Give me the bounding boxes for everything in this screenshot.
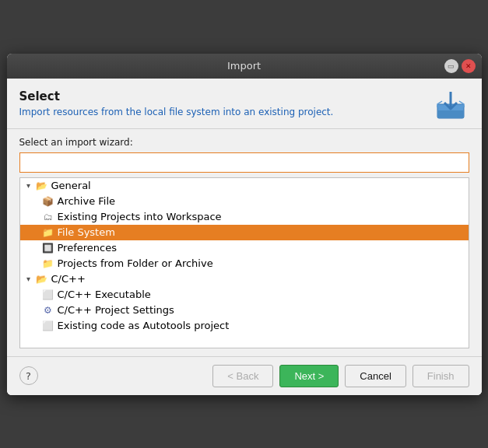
tree-item-cpp-executable[interactable]: ⬜ C/C++ Executable bbox=[20, 287, 469, 303]
tree-label-cpp-autotools: Existing code as Autotools project bbox=[58, 320, 230, 331]
header-icon bbox=[432, 89, 469, 121]
finish-button[interactable]: Finish bbox=[413, 365, 469, 387]
tree-item-cpp-autotools[interactable]: ⬜ Existing code as Autotools project bbox=[20, 318, 469, 334]
expand-general-icon: ▾ bbox=[23, 180, 34, 191]
cpp-settings-icon: ⚙ bbox=[42, 304, 54, 317]
folder-open-icon: 📂 bbox=[36, 180, 48, 192]
autotools-icon: ⬜ bbox=[42, 320, 54, 332]
help-icon: ? bbox=[26, 370, 31, 382]
preferences-icon: 🔲 bbox=[42, 242, 54, 254]
dialog-body: Select an import wizard: ▾ 📂 General 📦 A… bbox=[7, 129, 482, 356]
tree-label-archive: Archive File bbox=[58, 195, 116, 207]
search-input[interactable] bbox=[19, 152, 469, 173]
minimize-icon: ▭ bbox=[448, 62, 455, 70]
tree-label-projects-folder: Projects from Folder or Archive bbox=[58, 257, 213, 269]
tree-item-archive-file[interactable]: 📦 Archive File bbox=[20, 194, 469, 209]
cpp-folder-icon: 📂 bbox=[36, 273, 48, 285]
tree-label-cpp: C/C++ bbox=[51, 273, 86, 285]
projects-icon: 🗂 bbox=[42, 211, 54, 223]
folder-archive-icon: 📁 bbox=[42, 257, 54, 270]
archive-icon: 📦 bbox=[42, 195, 54, 208]
tree-item-cpp-project-settings[interactable]: ⚙ C/C++ Project Settings bbox=[20, 303, 469, 318]
header-section: Select Import resources from the local f… bbox=[7, 79, 482, 129]
titlebar: Import ▭ bbox=[7, 54, 482, 79]
tree-item-preferences[interactable]: 🔲 Preferences bbox=[20, 240, 469, 256]
tree-label-file-system: File System bbox=[58, 226, 115, 238]
expand-cpp-icon: ▾ bbox=[23, 274, 34, 285]
tree-label-cpp-executable: C/C++ Executable bbox=[58, 289, 151, 300]
help-button[interactable]: ? bbox=[19, 366, 38, 385]
close-button[interactable] bbox=[462, 59, 476, 73]
wizard-tree[interactable]: ▾ 📂 General 📦 Archive File 🗂 Existing Pr… bbox=[19, 177, 469, 348]
window-title: Import bbox=[227, 60, 261, 72]
tree-item-cpp[interactable]: ▾ 📂 C/C++ bbox=[20, 271, 469, 287]
back-button[interactable]: < Back bbox=[212, 365, 273, 387]
footer-left: ? bbox=[19, 366, 38, 385]
window-controls: ▭ bbox=[444, 59, 476, 73]
tree-item-projects-folder[interactable]: 📁 Projects from Folder or Archive bbox=[20, 256, 469, 271]
filesystem-icon: 📁 bbox=[42, 226, 54, 239]
header-text: Select Import resources from the local f… bbox=[19, 89, 432, 117]
minimize-button[interactable]: ▭ bbox=[444, 59, 458, 73]
tree-label-cpp-project-settings: C/C++ Project Settings bbox=[58, 304, 174, 316]
tree-item-file-system[interactable]: 📁 File System bbox=[20, 225, 469, 240]
tree-item-general[interactable]: ▾ 📂 General bbox=[20, 178, 469, 194]
tree-label-general: General bbox=[51, 180, 91, 191]
dialog-footer: ? < Back Next > Cancel Finish bbox=[7, 356, 482, 395]
next-button[interactable]: Next > bbox=[279, 365, 339, 387]
tree-item-existing-projects[interactable]: 🗂 Existing Projects into Workspace bbox=[20, 209, 469, 225]
dialog-content: Select Import resources from the local f… bbox=[7, 79, 482, 395]
cpp-exe-icon: ⬜ bbox=[42, 289, 54, 301]
tree-label-existing-projects: Existing Projects into Workspace bbox=[58, 211, 222, 222]
svg-rect-1 bbox=[437, 110, 464, 118]
header-title: Select bbox=[19, 89, 432, 103]
tree-label-preferences: Preferences bbox=[58, 242, 117, 254]
wizard-label: Select an import wizard: bbox=[19, 137, 469, 148]
footer-right: < Back Next > Cancel Finish bbox=[212, 365, 469, 387]
cancel-button[interactable]: Cancel bbox=[345, 365, 405, 387]
header-description: Import resources from the local file sys… bbox=[19, 107, 432, 117]
import-dialog: Import ▭ Select Import resources from th… bbox=[7, 54, 482, 395]
